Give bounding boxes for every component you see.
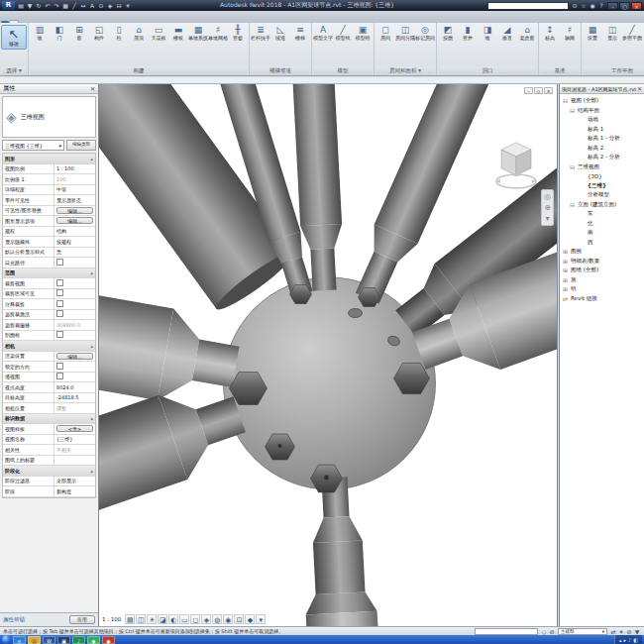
workset-dropdown[interactable]: [475, 628, 538, 635]
infocenter-icon[interactable]: ?: [597, 1, 605, 10]
property-value[interactable]: [54, 279, 95, 287]
property-row[interactable]: 裁剪视图: [3, 278, 95, 289]
infocenter-icon[interactable]: ☆: [580, 1, 588, 10]
property-row[interactable]: 视图样板 <无>: [3, 424, 95, 435]
taskbar-app-icon[interactable]: ▣: [57, 636, 70, 644]
tree-item[interactable]: 标高 2 - 分析: [562, 153, 644, 162]
tree-item[interactable]: {3D}: [562, 171, 644, 181]
property-row[interactable]: 可见性/图形替换 编辑...: [3, 206, 95, 217]
property-value[interactable]: 无: [54, 249, 95, 255]
ribbon-tool-button[interactable]: A 模型文字: [313, 25, 333, 42]
property-row[interactable]: 远剪裁偏移 304800.0: [3, 320, 95, 331]
qat-icon[interactable]: ↻: [35, 1, 43, 10]
qat-icon[interactable]: A: [88, 1, 96, 10]
selection-filter-icon[interactable]: ⊘: [625, 628, 633, 635]
property-value[interactable]: 1 : 100: [54, 165, 95, 171]
property-value[interactable]: 新构造: [54, 488, 95, 494]
revit-app-button[interactable]: R: [2, 1, 15, 10]
tree-item[interactable]: ⊟ 视图 (全部): [562, 96, 644, 106]
ribbon-tool-button[interactable]: ╫ 竖梃: [228, 25, 248, 42]
view-window-button[interactable]: ▫: [534, 87, 543, 94]
ribbon-panel-label[interactable]: 楼梯坡道: [251, 66, 310, 75]
ribbon-tool-button[interactable]: ⌂ 老虎窗: [517, 25, 537, 42]
tree-item[interactable]: ⊞ 组: [562, 284, 644, 294]
ribbon-tool-button[interactable]: ▬ 楼板: [168, 25, 188, 42]
tray-icon[interactable]: ▸: [624, 637, 627, 643]
view-control-icon[interactable]: ◍: [212, 614, 222, 624]
type-preview[interactable]: ◈ 三维视图: [2, 96, 96, 138]
view-scale[interactable]: 1 : 100: [102, 616, 124, 622]
tray-icon[interactable]: ◧: [633, 637, 638, 643]
property-row[interactable]: 详细程度 中等: [3, 185, 95, 196]
property-value[interactable]: [54, 259, 95, 267]
ribbon-tool-button[interactable]: ◻ 房间: [376, 25, 395, 42]
property-row[interactable]: 透视图: [3, 373, 95, 383]
property-value[interactable]: -24818.5: [54, 394, 95, 400]
view-control-icon[interactable]: ◈: [201, 614, 211, 624]
property-value[interactable]: [54, 289, 95, 297]
property-value[interactable]: 按规程: [54, 239, 95, 245]
tree-expander-icon[interactable]: ⊟: [569, 163, 576, 170]
property-value[interactable]: 全部显示: [54, 478, 95, 483]
viewcube[interactable]: [493, 136, 539, 193]
view-window-button[interactable]: –: [524, 87, 533, 94]
navigation-icon[interactable]: ▾: [545, 213, 549, 224]
property-value[interactable]: <无>: [56, 425, 93, 432]
property-row[interactable]: 目标高度 -24818.5: [3, 393, 95, 404]
ribbon-tool-button[interactable]: ◩ 按面: [438, 25, 458, 42]
property-value[interactable]: {三维}: [54, 436, 95, 442]
window-control-button[interactable]: ▢: [619, 2, 630, 10]
tree-expander-icon[interactable]: ⇄: [562, 295, 569, 302]
view-control-icon[interactable]: ▾: [256, 614, 266, 624]
ribbon-tool-button[interactable]: ◺ 坡道: [270, 25, 290, 42]
qat-icon[interactable]: ▼: [26, 1, 34, 10]
qat-icon[interactable]: ⊙: [97, 1, 105, 10]
tree-expander-icon[interactable]: ⊞: [562, 248, 569, 255]
view-control-icon[interactable]: ▤: [125, 614, 135, 624]
property-row[interactable]: 视点高度 8024.0: [3, 382, 95, 393]
property-value[interactable]: 不相关: [54, 447, 95, 453]
property-row[interactable]: 锁定的方向: [3, 362, 95, 373]
tree-expander-icon[interactable]: ⊞: [562, 258, 569, 265]
navigation-icon[interactable]: ◎: [544, 191, 551, 202]
start-button[interactable]: [2, 635, 11, 644]
view-control-icon[interactable]: ◻: [190, 614, 200, 624]
qat-icon[interactable]: ↷: [53, 1, 60, 10]
ribbon-panel-label[interactable]: 房间和面积 ▾: [376, 66, 435, 75]
view-window-button[interactable]: ✕: [544, 87, 553, 94]
view-control-icon[interactable]: ◪: [158, 614, 167, 624]
tray-icon[interactable]: ♪: [628, 637, 631, 643]
property-value[interactable]: 中等: [54, 186, 95, 192]
property-row[interactable]: 规程 结构: [3, 227, 95, 238]
tree-expander-icon[interactable]: ⊟: [569, 201, 576, 208]
window-control-button[interactable]: ✕: [631, 2, 642, 10]
property-value[interactable]: 编辑...: [56, 207, 93, 214]
ribbon-tool-button[interactable]: ◫ 房间分隔: [395, 25, 415, 42]
tree-item[interactable]: ⊞ 图例: [562, 247, 644, 257]
tree-expander-icon[interactable]: ⊞: [562, 285, 569, 292]
tree-expander-icon[interactable]: ⊟: [562, 97, 569, 104]
ribbon-tool-button[interactable]: ▦ 幕墙系统: [188, 25, 208, 42]
property-row[interactable]: 远剪裁激活: [3, 310, 95, 321]
ribbon-panel-label[interactable]: 构建: [30, 66, 248, 75]
property-row[interactable]: 显示隐藏线 按规程: [3, 237, 95, 248]
view-control-icon[interactable]: ☀: [147, 614, 157, 624]
property-row[interactable]: 标识数据: [3, 414, 95, 425]
property-row[interactable]: 日光路径: [3, 258, 95, 268]
property-value[interactable]: 100: [54, 176, 95, 182]
ribbon-tool-button[interactable]: ◎ 标记房间: [415, 25, 435, 42]
ribbon-tool-button[interactable]: ⊞ 窗: [69, 25, 89, 42]
view-control-icon[interactable]: ⊡: [234, 614, 244, 624]
ribbon-tool-button[interactable]: ▭ 天花板: [149, 25, 168, 42]
ribbon-tool-button[interactable]: ≡ 楼梯: [290, 25, 310, 42]
tree-item[interactable]: 标高 2: [562, 144, 644, 154]
taskbar-app-icon[interactable]: W: [43, 636, 55, 644]
property-value[interactable]: [54, 363, 95, 371]
property-row[interactable]: 注释裁剪: [3, 299, 95, 310]
tree-item[interactable]: {三维}: [562, 181, 644, 191]
ribbon-tool-button[interactable]: ◢ 垂直: [497, 25, 517, 42]
ribbon-tool-button[interactable]: ▯ 柱: [109, 25, 129, 42]
tree-item[interactable]: ⊟ 结构平面: [562, 106, 644, 116]
navigation-icon[interactable]: ⊕: [544, 202, 551, 213]
selection-filter-icon[interactable]: ▼: [633, 628, 641, 635]
